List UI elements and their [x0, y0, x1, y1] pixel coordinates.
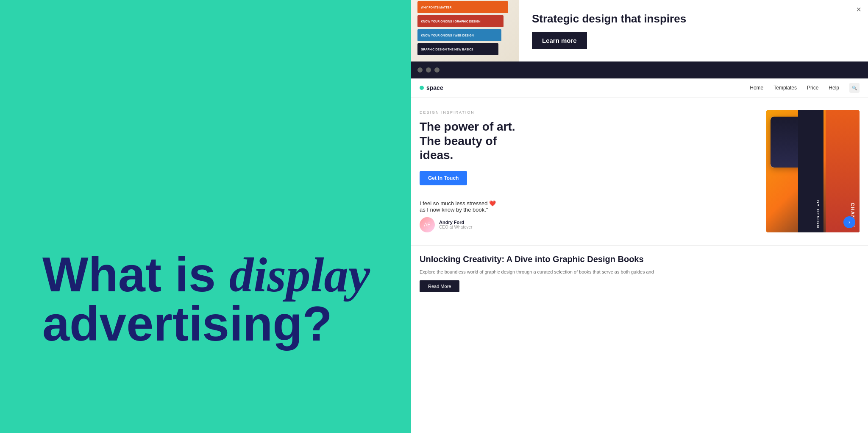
right-panel: WHY FONTS MATTER. KNOW YOUR ONIONS / GRA… [411, 0, 868, 433]
browser-dot-2 [426, 67, 431, 73]
logo-text: space [426, 84, 443, 91]
nav-templates[interactable]: Templates [773, 85, 797, 91]
site-hero: DESIGN INSPIRATION The power of art.The … [411, 98, 868, 246]
author-avatar: AF [420, 217, 435, 232]
get-in-touch-button[interactable]: Get In Touch [420, 171, 467, 185]
hero-title: The power of art.The beauty ofideas. [420, 120, 758, 162]
site-article: Unlocking Creativity: A Dive into Graphi… [411, 246, 868, 301]
heading-line3: advertising? [42, 299, 386, 348]
ad-banner-title: Strategic design that inspires [532, 12, 855, 25]
nav-help[interactable]: Help [829, 85, 839, 91]
browser-content: space Home Templates Price Help 🔍 DESIGN… [411, 78, 868, 433]
nav-links: Home Templates Price Help 🔍 [750, 83, 860, 93]
ad-banner-image: WHY FONTS MATTER. KNOW YOUR ONIONS / GRA… [411, 0, 519, 61]
design-inspiration-label: DESIGN INSPIRATION [420, 110, 758, 115]
main-heading: What is display advertising? [42, 250, 386, 348]
site-logo: space [420, 84, 443, 91]
ad-banner-content: Strategic design that inspires Learn mor… [519, 4, 868, 58]
nav-home[interactable]: Home [750, 85, 763, 91]
read-more-button[interactable]: Read More [420, 280, 459, 292]
book-3: KNOW YOUR ONIONS / WEB DESIGN [417, 29, 501, 41]
testimonial: I feel so much less stressed ❤️as I now … [420, 200, 758, 232]
book-2: KNOW YOUR ONIONS / GRAPHIC DESIGN [417, 15, 504, 27]
book-1: WHY FONTS MATTER. [417, 1, 508, 13]
testimonial-text: I feel so much less stressed ❤️as I now … [420, 200, 758, 213]
testimonial-author: AF Andry Ford CEO at Whatever [420, 217, 758, 232]
site-nav: space Home Templates Price Help 🔍 [411, 78, 868, 98]
article-description: Explore the boundless world of graphic d… [420, 268, 860, 276]
article-title: Unlocking Creativity: A Dive into Graphi… [420, 254, 860, 264]
heading-what-is-text: What is [42, 247, 216, 302]
image-nav-button[interactable]: › [843, 216, 855, 228]
search-button[interactable]: 🔍 [849, 83, 860, 93]
book-4: GRAPHIC DESIGN THE NEW BASICS [417, 43, 498, 55]
browser-dot-3 [434, 67, 440, 73]
close-button[interactable]: × [856, 5, 861, 14]
logo-dot [420, 86, 424, 90]
heading-line1: What is display [42, 250, 386, 299]
author-info: Andry Ford CEO at Whatever [439, 220, 472, 229]
left-panel: What is display advertising? [0, 0, 411, 433]
nav-price[interactable]: Price [807, 85, 818, 91]
hero-image-content: CHANGE BY DESIGN › [766, 110, 860, 232]
ad-banner: WHY FONTS MATTER. KNOW YOUR ONIONS / GRA… [411, 0, 868, 61]
author-name: Andry Ford [439, 220, 472, 225]
learn-more-button[interactable]: Learn more [532, 32, 587, 49]
browser-dot-1 [417, 67, 423, 73]
site-hero-text: DESIGN INSPIRATION The power of art.The … [420, 110, 758, 232]
author-title: CEO at Whatever [439, 225, 472, 229]
heading-display-italic: display [229, 248, 370, 302]
browser-chrome [411, 61, 868, 78]
site-hero-image: CHANGE BY DESIGN › [766, 110, 860, 232]
site-main: DESIGN INSPIRATION The power of art.The … [411, 98, 868, 433]
browser-window: space Home Templates Price Help 🔍 DESIGN… [411, 61, 868, 433]
